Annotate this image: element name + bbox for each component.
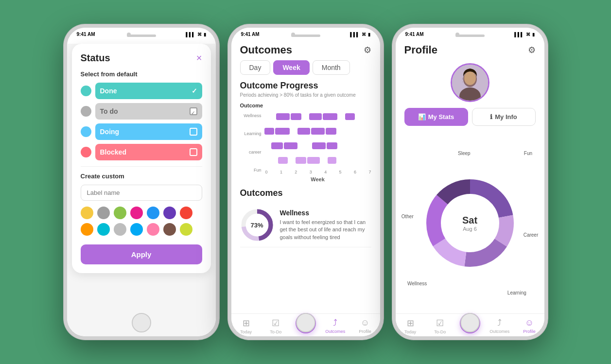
status-icons-3: ▌▌▌ ⌘ ▮ xyxy=(514,32,534,37)
today-label-2: Today xyxy=(240,329,252,334)
color-lightgray[interactable] xyxy=(114,223,126,236)
color-lightblue[interactable] xyxy=(130,223,143,236)
gear-icon-2[interactable]: ⚙ xyxy=(364,45,371,55)
color-lime[interactable] xyxy=(180,223,192,236)
chart-section-title: Outcome Progress xyxy=(240,81,371,91)
tab-my-stats[interactable]: 📊 My Stats xyxy=(404,108,468,126)
donut-chart: Sat Aug 6 xyxy=(421,174,519,272)
color-orange[interactable] xyxy=(81,223,93,236)
status-bar-2: 9:41 AM ▌▌▌ ⌘ ▮ xyxy=(231,28,380,39)
speaker-3 xyxy=(455,35,485,37)
tab-my-info[interactable]: ℹ My Info xyxy=(472,108,536,126)
phone-1: 9:41 AM ▌▌▌ ⌘ ▮ Status × Select from def… xyxy=(64,24,219,340)
color-green[interactable] xyxy=(114,207,126,219)
todo-badge[interactable]: To do ✓ xyxy=(95,103,202,120)
profile-label-3: Profile xyxy=(523,329,536,334)
camera xyxy=(127,33,131,36)
outcome-text-wellness: Wellness I want to feel energized so tha… xyxy=(280,209,371,241)
status-item-done: Done ✓ xyxy=(81,83,202,99)
donut-chart-area: Sleep Fun Career Learning Wellness Other xyxy=(396,133,544,313)
gantt-chart: Wellness Learning career Fun xyxy=(240,111,371,182)
nav-outcomes-3[interactable]: ⤴ Outcomes xyxy=(485,318,514,334)
profile-icon-2: ☺ xyxy=(361,318,369,328)
done-badge[interactable]: Done ✓ xyxy=(95,83,202,99)
donut-center: Sat Aug 6 xyxy=(462,215,477,232)
nav-outcomes-2[interactable]: ⤴ Outcomes xyxy=(320,318,350,334)
blocked-badge[interactable]: Blocked xyxy=(95,144,202,160)
status-item-doing: Doing xyxy=(81,123,202,140)
doing-badge[interactable]: Doing xyxy=(95,123,202,140)
battery-icon: ▮ xyxy=(204,32,206,37)
home-button-2[interactable] xyxy=(296,313,315,332)
doing-label: Doing xyxy=(100,128,120,136)
chart-x-axis: 01234567 xyxy=(264,170,371,174)
color-purple[interactable] xyxy=(163,207,176,219)
blocked-label: Blocked xyxy=(100,148,126,156)
y-label-learning: Learning xyxy=(240,131,262,136)
todo-icon-2: ☑ xyxy=(272,318,279,329)
label-input[interactable] xyxy=(81,185,202,201)
home-button-1[interactable] xyxy=(132,313,151,332)
nav-todo-2[interactable]: ☑ To-Do xyxy=(261,318,291,334)
section1-label: Select from default xyxy=(81,70,202,78)
color-lightpink[interactable] xyxy=(147,223,159,236)
donut-date: Aug 6 xyxy=(462,226,477,232)
speaker xyxy=(127,35,156,37)
outcome-name: Wellness xyxy=(280,209,371,217)
outcomes-title: Outcomes xyxy=(240,44,293,56)
blocked-checkbox xyxy=(190,148,197,156)
color-yellow[interactable] xyxy=(81,207,93,219)
color-red[interactable] xyxy=(180,207,192,219)
done-check: ✓ xyxy=(192,87,197,95)
divider xyxy=(81,166,202,167)
info-label: My Info xyxy=(495,113,517,121)
nav-profile-3[interactable]: ☺ Profile xyxy=(514,318,544,334)
outcomes-label-3: Outcomes xyxy=(489,329,509,334)
color-cyan[interactable] xyxy=(97,223,110,236)
camera-3 xyxy=(455,33,459,36)
outcomes-header: Outcomes ⚙ xyxy=(231,39,380,60)
phone-2: 9:41 AM ▌▌▌ ⌘ ▮ Outcomes ⚙ Day Week Mont… xyxy=(228,24,384,340)
profile-icon-3: ☺ xyxy=(525,318,534,328)
nav-profile-2[interactable]: ☺ Profile xyxy=(350,318,380,334)
nav-today-3[interactable]: ⊞ Today xyxy=(396,318,425,334)
status-modal: Status × Select from default Done ✓ xyxy=(72,44,211,273)
seg-label-learning: Learning xyxy=(507,290,526,295)
home-button-3[interactable] xyxy=(460,313,480,332)
outcomes-icon-3: ⤴ xyxy=(497,318,502,328)
tab-day[interactable]: Day xyxy=(240,60,271,75)
profile-tabs: 📊 My Stats ℹ My Info xyxy=(396,108,544,133)
chart-bars: 01234567 Week xyxy=(264,111,371,182)
chart-subtitle: Periods achieving > 80% of tasks for a g… xyxy=(240,92,371,98)
todo-checkbox: ✓ xyxy=(190,107,197,115)
color-pink[interactable] xyxy=(130,207,143,219)
chart-y-axis: Wellness Learning career Fun xyxy=(240,111,264,182)
y-label-career: career xyxy=(240,150,262,155)
doing-checkbox xyxy=(190,128,197,136)
color-brown[interactable] xyxy=(163,223,176,236)
wifi-icon-3: ⌘ xyxy=(526,32,530,37)
color-gray[interactable] xyxy=(97,207,110,219)
profile-header: Profile ⚙ xyxy=(396,39,544,60)
tab-month[interactable]: Month xyxy=(313,60,350,75)
wifi-icon-2: ⌘ xyxy=(362,32,366,37)
doing-dot xyxy=(81,126,91,137)
today-label-3: Today xyxy=(404,329,416,334)
status-icons-2: ▌▌▌ ⌘ ▮ xyxy=(350,32,370,37)
nav-todo-3[interactable]: ☑ To-Do xyxy=(425,318,455,334)
status-bar-3: 9:41 AM ▌▌▌ ⌘ ▮ xyxy=(396,28,544,39)
gear-icon-3[interactable]: ⚙ xyxy=(528,45,536,55)
nav-today-2[interactable]: ⊞ Today xyxy=(231,318,261,334)
battery-icon-3: ▮ xyxy=(532,32,535,37)
todo-label-3: To-Do xyxy=(434,329,446,334)
outcomes-icon-2: ⤴ xyxy=(333,318,337,328)
apply-button[interactable]: Apply xyxy=(81,244,202,264)
y-label-wellness: Wellness xyxy=(240,113,262,118)
chart-row-learning xyxy=(264,126,371,137)
tab-week[interactable]: Week xyxy=(273,60,309,75)
color-blue[interactable] xyxy=(147,207,159,219)
y-label-fun: Fun xyxy=(240,168,262,173)
outcomes-label-2: Outcomes xyxy=(325,329,345,334)
create-custom-label: Create custom xyxy=(81,173,202,180)
close-button[interactable]: × xyxy=(196,52,202,64)
